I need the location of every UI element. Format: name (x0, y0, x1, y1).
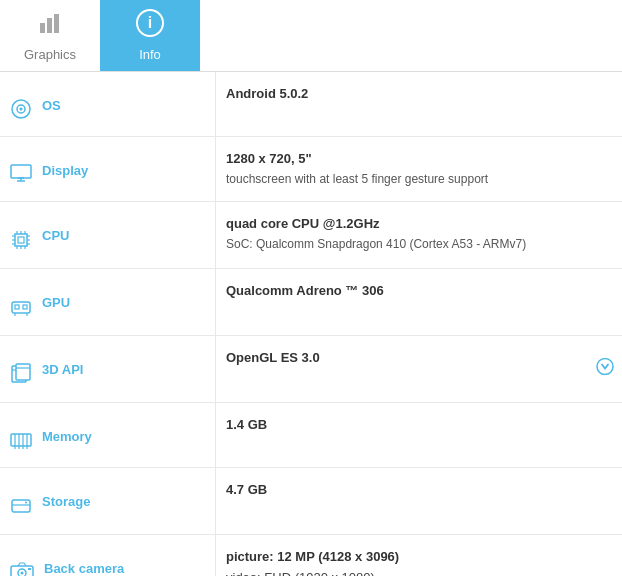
svg-rect-36 (11, 434, 31, 446)
svg-rect-48 (11, 566, 33, 576)
tab-info[interactable]: i Info (100, 0, 200, 71)
api3d-label: 3D API (42, 362, 83, 377)
row-back-camera: Back camera picture: 12 MP (4128 x 3096)… (0, 534, 622, 576)
gpu-icon (10, 296, 32, 323)
svg-rect-33 (16, 364, 30, 380)
memory-value: 1.4 GB (216, 402, 623, 467)
display-value: 1280 x 720, 5" touchscreen with at least… (216, 137, 623, 202)
back-camera-label: Back camera (44, 561, 124, 576)
info-table: OS Android 5.0.2 (0, 72, 622, 576)
memory-label: Memory (42, 429, 92, 444)
storage-value: 4.7 GB (216, 467, 623, 534)
svg-point-35 (597, 358, 613, 374)
gpu-label: GPU (42, 295, 70, 310)
tab-graphics[interactable]: Graphics (0, 0, 100, 71)
svg-rect-27 (15, 305, 19, 309)
svg-point-7 (20, 108, 23, 111)
row-storage: Storage 4.7 GB (0, 467, 622, 534)
svg-rect-28 (23, 305, 27, 309)
os-value: Android 5.0.2 (216, 72, 623, 137)
svg-text:i: i (148, 14, 152, 31)
back-camera-value: picture: 12 MP (4128 x 3096) video: FHD … (216, 534, 623, 576)
svg-rect-13 (18, 237, 24, 243)
info-icon: i (136, 9, 164, 43)
row-cpu: CPU quad core CPU @1.2GHz SoC: Qualcomm … (0, 201, 622, 268)
display-label: Display (42, 163, 88, 178)
cpu-value: quad core CPU @1.2GHz SoC: Qualcomm Snap… (216, 201, 623, 268)
storage-icon (10, 495, 32, 522)
back-camera-icon (10, 562, 34, 576)
tab-graphics-label: Graphics (24, 47, 76, 62)
3dapi-chevron-button[interactable] (596, 357, 614, 380)
3dapi-value: OpenGL ES 3.0 (216, 335, 623, 402)
svg-rect-0 (40, 23, 45, 33)
svg-rect-45 (12, 500, 30, 512)
display-icon (10, 164, 32, 187)
svg-point-50 (21, 571, 24, 574)
cpu-label: CPU (42, 228, 69, 243)
row-gpu: GPU Qualcomm Adreno ™ 306 (0, 268, 622, 335)
svg-rect-12 (15, 234, 27, 246)
memory-icon (10, 430, 32, 455)
cpu-icon (10, 229, 32, 256)
tab-bar: Graphics i Info (0, 0, 622, 72)
os-icon (10, 99, 32, 124)
svg-point-47 (25, 501, 27, 503)
storage-label: Storage (42, 494, 90, 509)
svg-rect-2 (54, 14, 59, 33)
row-memory: Memory 1.4 GB (0, 402, 622, 467)
api3d-icon (10, 363, 32, 390)
svg-rect-51 (28, 568, 31, 570)
row-os: OS Android 5.0.2 (0, 72, 622, 137)
os-label: OS (42, 98, 61, 113)
row-3dapi: 3D API OpenGL ES 3.0 (0, 335, 622, 402)
tab-info-label: Info (139, 47, 161, 62)
svg-rect-8 (11, 165, 31, 178)
svg-rect-1 (47, 18, 52, 33)
graphics-icon (36, 9, 64, 43)
row-display: Display 1280 x 720, 5" touchscreen with … (0, 137, 622, 202)
gpu-value: Qualcomm Adreno ™ 306 (216, 268, 623, 335)
